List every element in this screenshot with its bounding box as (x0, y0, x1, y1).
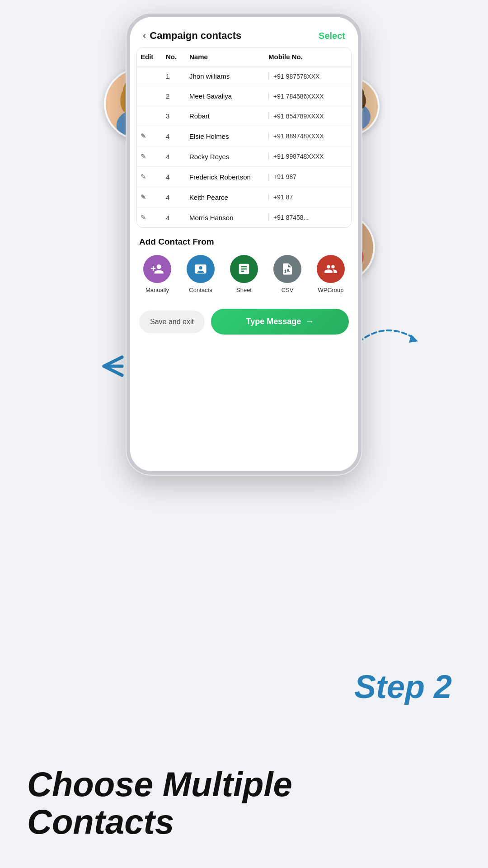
bottom-headline-section: Choose Multiple Contacts (27, 765, 461, 841)
row-number: 1 (166, 72, 189, 80)
row-number: 4 (166, 132, 189, 140)
table-row: ✎ 4 Elsie Holmes +91 889748XXXX (137, 126, 351, 146)
page-title: Campaign contacts (150, 30, 241, 42)
manually-icon (143, 255, 171, 283)
contact-mobile: +91 987578XXX (268, 73, 347, 80)
type-message-label: Type Message (246, 317, 301, 326)
edit-icon[interactable]: ✎ (141, 132, 166, 140)
add-contact-section: Add Contact From Manually (130, 228, 358, 298)
contact-name: Frederick Robertson (189, 173, 268, 181)
arrow-left-decoration (95, 348, 131, 384)
headline-line2: Contacts (27, 803, 461, 841)
type-message-button[interactable]: Type Message → (211, 309, 349, 335)
col-edit: Edit (141, 53, 166, 61)
contact-mobile: +91 889748XXXX (268, 132, 347, 140)
csv-label: CSV (282, 287, 294, 293)
type-message-arrow-icon: → (305, 317, 314, 326)
row-number: 2 (166, 92, 189, 100)
edit-icon[interactable]: ✎ (141, 213, 166, 222)
contact-mobile: +91 87458... (268, 214, 347, 221)
table-row: 3 Robart +91 854789XXXX (137, 106, 351, 126)
edit-icon[interactable]: ✎ (141, 152, 166, 160)
row-number: 4 (166, 173, 189, 181)
col-mobile: Mobile No. (268, 53, 347, 61)
csv-icon (273, 255, 301, 283)
row-number: 4 (166, 193, 189, 201)
sheet-icon (230, 255, 258, 283)
contact-mobile: +91 854789XXXX (268, 113, 347, 120)
edit-icon[interactable]: ✎ (141, 193, 166, 201)
contact-name: Meet Savaliya (189, 92, 268, 100)
source-wpgroup[interactable]: WPGroup (313, 255, 349, 293)
contact-name: Keith Pearce (189, 193, 268, 201)
source-manually[interactable]: Manually (139, 255, 175, 293)
contacts-icon (187, 255, 215, 283)
source-csv[interactable]: CSV (269, 255, 305, 293)
contact-name: Jhon williams (189, 72, 268, 80)
phone-frame: ‹ Campaign contacts Select Edit No. Name… (127, 14, 361, 475)
contact-mobile: +91 784586XXXX (268, 93, 347, 100)
col-no: No. (166, 53, 189, 61)
contact-sources: Manually Contacts (139, 255, 349, 293)
headline-line1: Choose Multiple (27, 765, 461, 803)
sheet-label: Sheet (236, 287, 252, 293)
col-name: Name (189, 53, 268, 61)
row-number: 4 (166, 214, 189, 222)
add-contact-title: Add Contact From (139, 237, 349, 247)
contact-name: Rocky Reyes (189, 153, 268, 160)
contact-name: Morris Hanson (189, 214, 268, 222)
row-number: 3 (166, 112, 189, 120)
row-number: 4 (166, 153, 189, 160)
edit-icon[interactable]: ✎ (141, 173, 166, 181)
table-row: ✎ 4 Keith Pearce +91 87 (137, 187, 351, 208)
contact-name: Elsie Holmes (189, 132, 268, 140)
table-row: ✎ 4 Morris Hanson +91 87458... (137, 208, 351, 227)
contacts-table: Edit No. Name Mobile No. 1 Jhon williams… (136, 47, 352, 228)
step-label: Step 2 (354, 668, 452, 705)
manually-label: Manually (145, 287, 169, 293)
source-contacts[interactable]: Contacts (183, 255, 219, 293)
select-button[interactable]: Select (319, 31, 345, 41)
save-exit-button[interactable]: Save and exit (139, 311, 205, 333)
bottom-actions: Save and exit Type Message → (130, 300, 358, 348)
contact-mobile: +91 987 (268, 173, 347, 180)
back-button[interactable]: ‹ (143, 30, 146, 42)
contact-name: Robart (189, 112, 268, 120)
header: ‹ Campaign contacts Select (130, 17, 358, 47)
table-row: ✎ 4 Rocky Reyes +91 998748XXXX (137, 146, 351, 167)
table-header: Edit No. Name Mobile No. (137, 47, 351, 66)
table-row: ✎ 4 Frederick Robertson +91 987 (137, 167, 351, 187)
wpgroup-label: WPGroup (318, 287, 343, 293)
contact-mobile: +91 87 (268, 193, 347, 201)
contact-mobile: +91 998748XXXX (268, 153, 347, 160)
table-row: 1 Jhon williams +91 987578XXX (137, 66, 351, 86)
contacts-label: Contacts (189, 287, 212, 293)
table-row: 2 Meet Savaliya +91 784586XXXX (137, 86, 351, 106)
wpgroup-icon (317, 255, 345, 283)
source-sheet[interactable]: Sheet (226, 255, 262, 293)
